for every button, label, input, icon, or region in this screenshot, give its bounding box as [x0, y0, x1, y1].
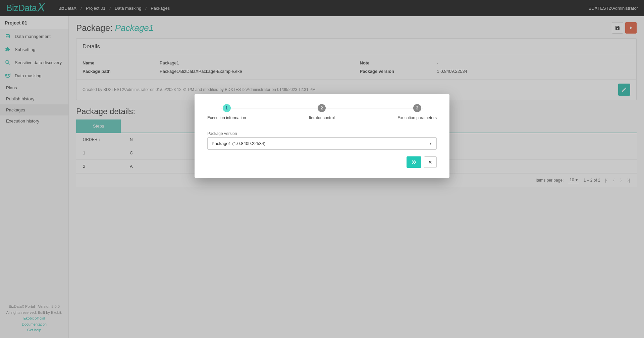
package-version-label: Package version	[207, 131, 437, 136]
step-3[interactable]: 3 Execution parameters	[397, 104, 437, 120]
step-number: 3	[413, 104, 421, 112]
package-version-select[interactable]: Package1 (1.0.8409.22534) ▼	[207, 137, 437, 150]
step-2[interactable]: 2 Iterator control	[309, 104, 335, 120]
stepper: 1 Execution information 2 Iterator contr…	[207, 104, 437, 120]
select-value: Package1 (1.0.8409.22534)	[212, 141, 265, 146]
modal-overlay[interactable]: 1 Execution information 2 Iterator contr…	[0, 0, 644, 338]
execution-modal: 1 Execution information 2 Iterator contr…	[195, 94, 449, 178]
step-number: 2	[318, 104, 326, 112]
step-number: 1	[223, 104, 231, 112]
close-button[interactable]: ✕	[424, 156, 437, 168]
close-icon: ✕	[428, 159, 432, 165]
double-chevron-right-icon	[411, 160, 417, 164]
step-label: Execution information	[207, 115, 246, 120]
step-label: Iterator control	[309, 115, 335, 120]
step-label: Execution parameters	[397, 115, 437, 120]
chevron-down-icon: ▼	[429, 142, 432, 145]
step-1[interactable]: 1 Execution information	[207, 104, 246, 120]
next-button[interactable]	[407, 156, 421, 168]
